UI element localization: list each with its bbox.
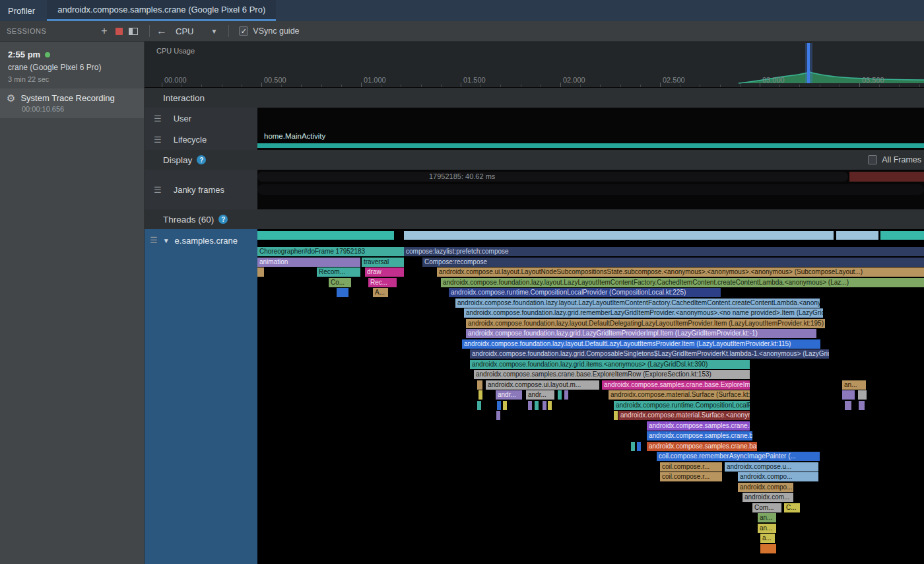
- flame-bar[interactable]: coil.compose.rememberAsyncImagePainter (…: [657, 452, 820, 461]
- session-entry[interactable]: 2:55 pm crane (Google Pixel 6 Pro) 3 min…: [0, 42, 144, 88]
- flame-bar[interactable]: draw: [365, 267, 404, 277]
- drag-handle-icon[interactable]: ☰: [154, 135, 162, 144]
- drag-handle-icon[interactable]: ☰: [154, 114, 162, 123]
- flame-bar[interactable]: androidx.compose.ui.layout.m...: [486, 380, 599, 390]
- flame-bar-small[interactable]: [836, 231, 878, 240]
- cpu-usage-track[interactable]: CPU Usage 00.00000.50001.00001.50002.000…: [145, 42, 924, 88]
- flame-bar[interactable]: coil.compose.r...: [660, 472, 722, 481]
- flame-bar[interactable]: a...: [760, 534, 775, 543]
- flame-bar[interactable]: coil.compose.r...: [660, 462, 722, 472]
- drag-handle-icon[interactable]: ☰: [150, 236, 158, 244]
- lifecycle-track-timeline[interactable]: home.MainActivity: [257, 129, 924, 150]
- stop-recording-button[interactable]: [112, 24, 126, 38]
- flame-bar[interactable]: androidx.compose.material.Surface (Surfa…: [609, 390, 750, 400]
- threads-section-header[interactable]: Threads (60) ?: [145, 209, 924, 229]
- vsync-checkbox[interactable]: ✓: [239, 26, 248, 36]
- flame-bar-small[interactable]: [535, 401, 539, 410]
- back-button[interactable]: ←: [154, 24, 169, 38]
- janky-frame-segment[interactable]: [849, 172, 924, 182]
- flame-bar[interactable]: androidx.compose.u...: [725, 462, 818, 472]
- flame-bar[interactable]: androidx.compose.samples.crane.base.Expl…: [474, 370, 750, 379]
- flame-bar[interactable]: androidx.compose.samples.crane.base.Expl…: [647, 442, 757, 451]
- help-icon[interactable]: ?: [197, 155, 206, 164]
- collapse-thread-icon[interactable]: ▼: [163, 237, 170, 244]
- thread-label-panel[interactable]: ☰ ▼ e.samples.crane: [145, 229, 257, 564]
- flame-bar[interactable]: A...: [373, 288, 388, 297]
- flame-bar-small[interactable]: [564, 390, 568, 400]
- flame-bar[interactable]: Recom...: [317, 267, 360, 277]
- interaction-section-header[interactable]: Interaction: [145, 88, 924, 108]
- flame-bar[interactable]: androidx.compose.foundation.lazy.grid.re…: [464, 308, 823, 318]
- help-icon[interactable]: ?: [218, 215, 228, 224]
- drag-handle-icon[interactable]: ☰: [154, 186, 162, 194]
- flame-bar-small[interactable]: [631, 442, 635, 451]
- flame-bar[interactable]: androidx.compose.foundation.lazy.layout.…: [462, 339, 820, 349]
- flame-bar[interactable]: androidx.compose.foundation.lazy.layout.…: [455, 299, 820, 308]
- flame-bar-small[interactable]: [637, 442, 641, 451]
- flame-bar[interactable]: Com...: [752, 503, 781, 512]
- flame-bar[interactable]: traversal: [362, 258, 404, 267]
- flame-bar[interactable]: androidx.compose.foundation.lazy.grid.Co…: [470, 349, 829, 359]
- flame-bar-small[interactable]: [880, 231, 924, 240]
- flame-bar[interactable]: an...: [758, 524, 776, 533]
- flame-bar[interactable]: androidx.compose.material.Surface.<anony…: [618, 411, 750, 420]
- flame-bar-small[interactable]: [858, 390, 867, 400]
- flame-bar-small[interactable]: [477, 380, 482, 390]
- flame-bar-small[interactable]: [477, 401, 481, 410]
- vsync-guide-toggle[interactable]: ✓ VSync guide: [239, 26, 299, 36]
- flame-bar-small[interactable]: [558, 390, 562, 400]
- flame-bar-small[interactable]: [503, 401, 507, 410]
- user-track-timeline[interactable]: [257, 108, 924, 129]
- trace-recording-item[interactable]: ⚙ System Trace Recording 00:00:10.656: [0, 88, 144, 118]
- flame-bar-small[interactable]: [772, 544, 776, 553]
- flame-bar-small[interactable]: [859, 401, 865, 410]
- flame-bar[interactable]: androidx.compo...: [738, 483, 793, 492]
- flame-bar[interactable]: C...: [784, 503, 800, 512]
- flame-bar[interactable]: androidx.compo...: [738, 472, 818, 481]
- flame-bar[interactable]: an...: [758, 513, 776, 522]
- flame-bar[interactable]: androidx.compose.runtime.CompositionLoca…: [449, 288, 721, 297]
- flame-bar[interactable]: androidx.compose.foundation.lazy.layout.…: [466, 319, 825, 328]
- flame-bar-small[interactable]: [842, 390, 855, 400]
- activity-lifecycle-bar[interactable]: [257, 143, 924, 148]
- flame-bar-small[interactable]: [478, 390, 482, 400]
- flame-bar-small[interactable]: [528, 401, 532, 410]
- flame-bar[interactable]: androidx.compose.samples.crane.base.Expl…: [647, 431, 752, 441]
- flame-bar-small[interactable]: [548, 401, 552, 410]
- all-frames-checkbox[interactable]: [868, 155, 877, 164]
- display-section-header[interactable]: Display ? All Frames: [145, 150, 924, 170]
- frame-bar-secondary[interactable]: [257, 184, 924, 195]
- flame-bar[interactable]: androidx.compose.foundation.lazy.grid.it…: [470, 360, 750, 369]
- add-session-button[interactable]: +: [97, 24, 112, 38]
- flame-bar[interactable]: androidx.com...: [742, 493, 793, 502]
- flame-bar[interactable]: animation: [257, 258, 360, 267]
- flame-chart[interactable]: Choreographer#doFrame 17952183compose:la…: [257, 229, 924, 564]
- user-track-label[interactable]: ☰ User: [145, 108, 257, 129]
- flame-bar-small[interactable]: [496, 411, 500, 420]
- flame-bar[interactable]: compose:lazylist:prefetch:compose: [404, 247, 924, 256]
- collapse-panel-button[interactable]: [126, 24, 141, 38]
- flame-bar[interactable]: andr...: [526, 390, 554, 400]
- flame-bar[interactable]: an...: [842, 380, 866, 390]
- lifecycle-track-label[interactable]: ☰ Lifecycle: [145, 129, 257, 150]
- flame-bar[interactable]: androidx.compose.ui.layout.LayoutNodeSub…: [437, 267, 924, 277]
- flame-bar-small[interactable]: [845, 401, 851, 410]
- janky-frames-label[interactable]: ☰ Janky frames: [145, 170, 257, 209]
- flame-bar-small[interactable]: [404, 231, 834, 240]
- flame-bar[interactable]: Choreographer#doFrame 17952183: [257, 247, 404, 256]
- flame-bar-small[interactable]: [337, 288, 348, 297]
- flame-bar[interactable]: androidx.compose.foundation.lazy.layout.…: [441, 278, 924, 287]
- flame-bar[interactable]: androidx.compose.samples.crane.base.Expl…: [647, 421, 750, 431]
- janky-frames-timeline[interactable]: 17952185: 40.62 ms: [257, 170, 924, 209]
- flame-bar-small[interactable]: [257, 267, 264, 277]
- capture-type-dropdown[interactable]: CPU ▼: [169, 24, 224, 38]
- flame-bar-small[interactable]: [614, 411, 618, 420]
- flame-bar[interactable]: androidx.compose.samples.crane.base.Expl…: [602, 380, 750, 390]
- frame-bar[interactable]: [257, 172, 848, 182]
- flame-bar-small[interactable]: [497, 401, 501, 410]
- flame-bar[interactable]: Rec...: [368, 278, 397, 287]
- tab-session[interactable]: androidx.compose.samples.crane (Google P…: [47, 0, 276, 21]
- flame-bar[interactable]: Compose:recompose: [422, 258, 924, 267]
- all-frames-toggle[interactable]: All Frames: [868, 155, 924, 164]
- flame-bar-small[interactable]: [257, 231, 394, 240]
